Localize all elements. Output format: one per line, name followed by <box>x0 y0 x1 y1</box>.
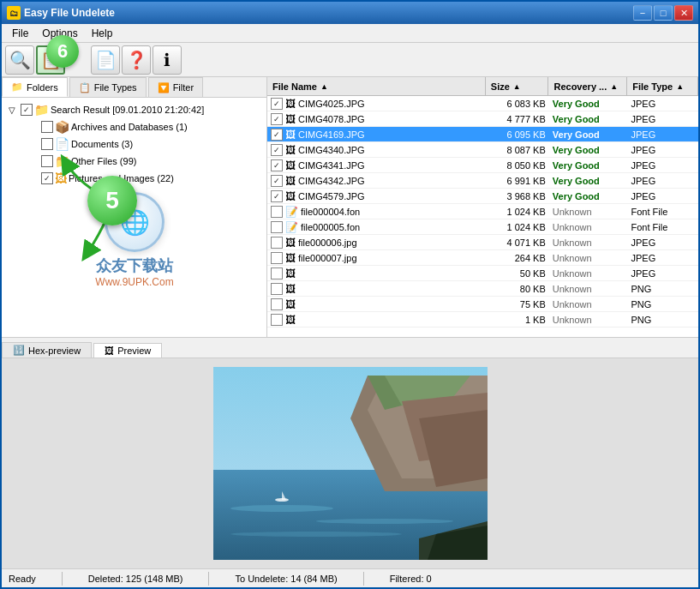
file-cell-size: 6 991 KB <box>486 176 548 186</box>
header-size[interactable]: Size ▲ <box>486 77 549 95</box>
file-cell-type: PNG <box>627 299 698 310</box>
table-row[interactable]: 🖼 file000007.jpg 264 KB Unknown JPEG <box>267 250 698 266</box>
file-cell-type: JPEG <box>627 253 698 263</box>
file-type-icon: 🖼 <box>285 129 296 141</box>
table-row[interactable]: ✓ 🖼 CIMG4025.JPG 6 083 KB Very Good JPEG <box>267 96 698 111</box>
file-checkbox[interactable] <box>271 252 283 264</box>
file-cell-size: 4 071 KB <box>486 237 548 248</box>
tree-checkbox-archives[interactable] <box>41 121 53 133</box>
file-cell-size: 1 024 KB <box>486 207 548 217</box>
table-row[interactable]: 🖼 75 KB Unknown PNG <box>267 297 698 312</box>
tree-pictures[interactable]: ✓ 🖼 Pictures and Images (22) <box>5 170 263 187</box>
table-row[interactable]: ✓ 🖼 CIMG4341.JPG 8 050 KB Very Good JPEG <box>267 158 698 173</box>
file-checkbox[interactable]: ✓ <box>271 144 283 156</box>
file-type-icon: 🖼 <box>285 175 296 187</box>
file-type-icon: 🖼 <box>285 298 296 310</box>
table-row[interactable]: ✓ 🖼 CIMG4579.JPG 3 968 KB Very Good JPEG <box>267 189 698 204</box>
folder-tree: ▽ ✓ 📁 Search Result [09.01.2010 21:20:42… <box>2 98 266 337</box>
file-type-icon: 🖼 <box>285 283 296 295</box>
menu-help[interactable]: Help <box>85 26 120 41</box>
tab-preview[interactable]: 🖼 Preview <box>93 343 162 358</box>
file-name-text: CIMG4169.JPG <box>298 129 365 140</box>
table-row[interactable]: 🖼 50 KB Unknown JPEG <box>267 266 698 281</box>
tab-file-types[interactable]: 📋 File Types <box>69 77 147 97</box>
table-row[interactable]: 📝 file000005.fon 1 024 KB Unknown Font F… <box>267 219 698 235</box>
file-type-icon: 🖼 <box>285 314 296 326</box>
tree-archives[interactable]: 📦 Archives and Databases (1) <box>5 118 263 135</box>
preview-tab-bar: 🔢 Hex-preview 🖼 Preview <box>2 338 698 358</box>
file-checkbox[interactable]: ✓ <box>271 98 283 110</box>
preview-icon: 🖼 <box>105 346 114 356</box>
table-row[interactable]: 🖼 80 KB Unknown PNG <box>267 281 698 297</box>
help-button[interactable]: ❓ <box>122 45 151 75</box>
file-checkbox[interactable] <box>271 221 283 233</box>
file-cell-type: JPEG <box>627 114 698 124</box>
file-cell-name: ✓ 🖼 CIMG4169.JPG <box>267 129 486 141</box>
folder-icon-pictures: 🖼 <box>55 171 67 185</box>
header-recovery[interactable]: Recovery ... ▲ <box>548 77 627 95</box>
file-name-text: file000006.jpg <box>298 237 357 248</box>
tree-checkbox-other[interactable] <box>41 155 53 167</box>
tree-other[interactable]: 📁 Other Files (99) <box>5 153 263 170</box>
file-cell-recovery: Unknown <box>549 268 628 279</box>
tree-checkbox-docs[interactable] <box>41 138 53 150</box>
file-cell-recovery: Very Good <box>549 160 628 171</box>
file-cell-name: ✓ 🖼 CIMG4078.JPG <box>267 113 486 125</box>
file-cell-type: JPEG <box>627 176 698 186</box>
minimize-button[interactable]: − <box>633 5 652 21</box>
file-type-icon: 🖼 <box>285 144 296 156</box>
file-checkbox[interactable]: ✓ <box>271 113 283 125</box>
file-cell-type: JPEG <box>627 145 698 155</box>
table-row[interactable]: 🖼 1 KB Unknown PNG <box>267 312 698 328</box>
close-button[interactable]: ✕ <box>674 5 693 21</box>
file-checkbox[interactable]: ✓ <box>271 190 283 202</box>
tree-documents[interactable]: 📄 Documents (3) <box>5 135 263 153</box>
file-checkbox[interactable] <box>271 283 283 295</box>
table-row[interactable]: ✓ 🖼 CIMG4342.JPG 6 991 KB Very Good JPEG <box>267 173 698 189</box>
table-row[interactable]: 🖼 file000006.jpg 4 071 KB Unknown JPEG <box>267 235 698 250</box>
maximize-button[interactable]: □ <box>654 5 673 21</box>
tree-root[interactable]: ▽ ✓ 📁 Search Result [09.01.2010 21:20:42… <box>5 101 263 118</box>
file-checkbox[interactable] <box>271 206 283 218</box>
file-checkbox[interactable]: ✓ <box>271 129 283 141</box>
file-cell-recovery: Unknown <box>549 222 628 232</box>
file-checkbox[interactable] <box>271 314 283 326</box>
filetypes-tab-icon: 📋 <box>79 82 91 93</box>
scan-button[interactable]: 🔍 <box>5 45 34 75</box>
table-row[interactable]: 📝 file000004.fon 1 024 KB Unknown Font F… <box>267 204 698 219</box>
table-row[interactable]: ✓ 🖼 CIMG4340.JPG 8 087 KB Very Good JPEG <box>267 142 698 158</box>
file-cell-size: 4 777 KB <box>486 114 548 124</box>
file-cell-name: ✓ 🖼 CIMG4025.JPG <box>267 98 486 110</box>
file-checkbox[interactable]: ✓ <box>271 159 283 171</box>
tab-hex-preview[interactable]: 🔢 Hex-preview <box>2 342 92 358</box>
recover-button[interactable]: 📋 6 <box>36 45 65 75</box>
file-cell-type: JPEG <box>627 129 698 140</box>
tree-expand-root[interactable]: ▽ <box>5 105 19 115</box>
file-checkbox[interactable] <box>271 237 283 249</box>
toolbar: 🔍 📋 6 📄 ❓ ℹ <box>2 43 698 77</box>
file-cell-type: JPEG <box>627 160 698 171</box>
file-cell-type: JPEG <box>627 237 698 248</box>
table-row[interactable]: ✓ 🖼 CIMG4078.JPG 4 777 KB Very Good JPEG <box>267 111 698 127</box>
menu-file[interactable]: File <box>5 26 35 41</box>
about-button[interactable]: ℹ <box>153 45 182 75</box>
file-name-text: CIMG4078.JPG <box>298 114 365 124</box>
file-checkbox[interactable]: ✓ <box>271 175 283 187</box>
preview-area <box>2 358 698 568</box>
file-checkbox[interactable] <box>271 298 283 310</box>
table-row[interactable]: ✓ 🖼 CIMG4169.JPG 6 095 KB Very Good JPEG <box>267 127 698 142</box>
properties-button[interactable]: 📄 <box>91 45 120 75</box>
header-filetype[interactable]: File Type ▲ <box>627 77 698 95</box>
file-cell-recovery: Unknown <box>549 253 628 263</box>
folder-icon-docs: 📄 <box>55 137 69 151</box>
file-type-icon: 🖼 <box>285 190 296 202</box>
file-checkbox[interactable] <box>271 267 283 279</box>
tab-filter[interactable]: 🔽 Filter <box>148 77 203 97</box>
header-filename[interactable]: File Name ▲ <box>267 77 486 95</box>
tree-checkbox-pictures[interactable]: ✓ <box>41 172 53 184</box>
svg-point-10 <box>230 532 402 537</box>
tree-checkbox-root[interactable]: ✓ <box>21 104 33 116</box>
tab-folders[interactable]: 📁 Folders <box>2 77 68 97</box>
file-cell-recovery: Very Good <box>549 129 628 140</box>
file-cell-name: 🖼 file000006.jpg <box>267 237 486 249</box>
